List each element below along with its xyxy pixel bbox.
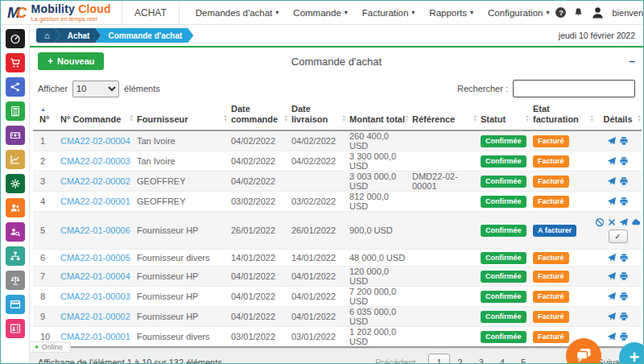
sidebar-id-card-button[interactable]	[6, 319, 25, 338]
sidebar-balance-scale-button[interactable]	[6, 271, 25, 290]
panel-title: Commande d'achat	[30, 56, 643, 68]
order-link[interactable]: CMA22-01-00005	[60, 253, 130, 263]
column-header-d-tails[interactable]: Détails▲▼	[594, 102, 642, 130]
collapse-icon[interactable]: –	[629, 56, 635, 67]
brand-logo[interactable]: MC Mobility Cloud La gestion en temps ré…	[1, 3, 122, 23]
cell-fournisseur: Fournisseur HP	[134, 267, 228, 287]
chevron-down-icon: ▾	[275, 9, 279, 16]
column-header-statut[interactable]: Statut▲▼	[477, 102, 530, 130]
nav-demandes-d-achat[interactable]: Demandes d'achat▾	[189, 8, 286, 18]
order-row-4: 4CMA22-02-00001GEOFFREY03/02/202203/02/2…	[33, 192, 642, 212]
column-header-date-commande[interactable]: Date commande▲▼	[228, 102, 288, 130]
cell-date-commande: 04/01/2022	[228, 307, 288, 327]
breadcrumb: ⌂ Achat Commande d'achat	[36, 28, 193, 43]
order-link[interactable]: CMA22-01-00004	[60, 271, 130, 281]
print-icon[interactable]	[619, 271, 629, 281]
order-link[interactable]: CMA22-01-00006	[60, 225, 130, 235]
sidebar-cart-button[interactable]	[6, 53, 25, 72]
nav-rapports[interactable]: Rapports▾	[423, 8, 480, 18]
close-icon[interactable]	[607, 217, 617, 227]
print-icon[interactable]	[619, 332, 629, 341]
cogs-icon	[10, 178, 21, 189]
send-icon[interactable]	[607, 271, 617, 281]
order-link[interactable]: CMA22-02-00003	[60, 156, 130, 166]
column-header-n-[interactable]: N°▲	[33, 102, 57, 130]
order-link[interactable]: CMA22-01-00003	[60, 292, 130, 301]
nav-configuration[interactable]: Configuration▾	[481, 8, 555, 18]
table-wrap: N°▲N° Commande▲▼Fournisseur▲▼Date comman…	[30, 102, 643, 348]
column-header-montant-total[interactable]: Montant total▲▼	[346, 102, 409, 130]
print-icon[interactable]	[619, 312, 629, 321]
order-link[interactable]: CMA22-02-00002	[60, 176, 130, 186]
pagination-page-1[interactable]: 1	[428, 354, 449, 364]
avatar[interactable]	[591, 6, 605, 19]
order-link[interactable]: CMA22-02-00004	[60, 136, 130, 146]
help-icon[interactable]: ?	[555, 7, 566, 18]
print-icon[interactable]	[619, 136, 629, 146]
search-input[interactable]	[513, 80, 635, 97]
order-link[interactable]: CMA22-01-00001	[60, 332, 130, 341]
print-icon[interactable]	[619, 253, 629, 263]
send-icon[interactable]	[607, 136, 617, 146]
cell-num: 1	[33, 130, 57, 151]
send-icon[interactable]	[607, 176, 617, 186]
order-link[interactable]: CMA22-02-00001	[60, 196, 130, 206]
send-icon[interactable]	[607, 332, 617, 341]
bell-icon[interactable]	[573, 7, 584, 18]
pagination-page-4[interactable]: 4	[492, 354, 513, 364]
sidebar-users-button[interactable]	[6, 198, 25, 217]
cell-date-livraison: 26/01/2022	[288, 212, 346, 250]
pagination-page-2[interactable]: 2	[450, 354, 471, 364]
page-size-select[interactable]: 10	[72, 81, 119, 97]
sidebar-sitemap-button[interactable]	[6, 246, 25, 266]
send-icon[interactable]	[607, 253, 617, 263]
sidebar-tachometer-button[interactable]	[6, 29, 25, 48]
cell-commande: CMA22-01-00004	[57, 267, 134, 287]
breadcrumb-commande-achat[interactable]: Commande d'achat	[95, 28, 193, 43]
column-header-r-f-rence[interactable]: Référence▲▼	[409, 102, 477, 130]
validate-check-button[interactable]: ✓	[609, 230, 628, 243]
sidebar-money-button[interactable]	[6, 126, 25, 145]
nav-commande[interactable]: Commande▾	[287, 8, 353, 18]
print-icon[interactable]	[619, 196, 629, 206]
send-icon[interactable]	[607, 156, 617, 166]
print-icon[interactable]	[619, 156, 629, 166]
send-icon[interactable]	[607, 312, 617, 321]
etat-badge: Facturé	[533, 176, 569, 188]
send-icon[interactable]	[607, 292, 617, 301]
column-header-n-commande[interactable]: N° Commande▲▼	[57, 102, 134, 130]
print-icon[interactable]	[619, 292, 629, 301]
cell-reference	[409, 307, 477, 327]
cell-fournisseur: Fournisseur HP	[134, 287, 228, 307]
send-icon[interactable]	[607, 196, 617, 206]
sidebar-calculator-button[interactable]	[6, 101, 25, 121]
cell-reference	[409, 267, 477, 287]
send-icon[interactable]	[619, 217, 629, 227]
sidebar-share-button[interactable]	[6, 77, 25, 97]
sidebar-chart-line-button[interactable]	[6, 150, 25, 169]
pagination-prev[interactable]: Précédent	[367, 354, 423, 364]
column-header-etat-facturation[interactable]: Etat facturation▲▼	[530, 102, 594, 130]
cell-date-commande: 04/02/2022	[228, 151, 288, 172]
sidebar-credit-card-button[interactable]	[6, 295, 25, 314]
print-icon[interactable]	[619, 176, 629, 186]
nouveau-button[interactable]: +Nouveau	[38, 52, 104, 70]
pagination-page-5[interactable]: 5	[513, 354, 534, 364]
order-link[interactable]: CMA22-01-00002	[60, 312, 130, 321]
pagination-page-3[interactable]: 3	[471, 354, 492, 364]
breadcrumb-achat[interactable]: Achat	[55, 28, 101, 43]
column-header-date-livraison[interactable]: Date livraison▲▼	[288, 102, 346, 130]
ban-icon[interactable]	[595, 217, 605, 227]
cell-reference	[409, 327, 477, 348]
column-header-fournisseur[interactable]: Fournisseur▲▼	[134, 102, 228, 130]
cell-num: 6	[33, 250, 57, 267]
sidebar-cogs-button[interactable]	[6, 174, 25, 193]
table-toolbar: Afficher 10 éléments Rechercher :	[30, 75, 643, 102]
cell-num: 8	[33, 287, 57, 307]
application-window: MC Mobility Cloud La gestion en temps ré…	[0, 0, 644, 364]
cloud-icon[interactable]	[631, 217, 641, 227]
module-tab-achat[interactable]: ACHAT	[122, 1, 180, 25]
user-menu[interactable]: bienvenue1▾	[612, 8, 644, 18]
nav-facturation[interactable]: Facturation▾	[356, 8, 422, 18]
sidebar-user-search-button[interactable]	[6, 222, 25, 242]
